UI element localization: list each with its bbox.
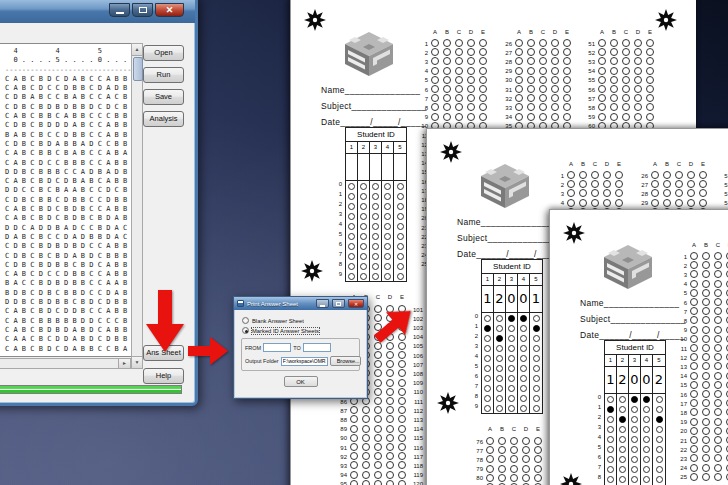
question-number: 116 bbox=[409, 444, 423, 452]
scroll-up-icon[interactable]: ▲ bbox=[132, 44, 142, 56]
id-bubble bbox=[372, 193, 379, 200]
run-button[interactable]: Run bbox=[143, 67, 184, 83]
app-titlebar[interactable]: ✕ bbox=[0, 0, 195, 23]
answer-bubble bbox=[663, 180, 671, 188]
answer-bubble bbox=[702, 454, 710, 462]
analysis-button[interactable]: Analysis bbox=[143, 111, 184, 127]
id-bubble bbox=[656, 406, 663, 413]
answer-bubble bbox=[714, 454, 722, 462]
dialog-titlebar[interactable]: Print Answer Sheet ✕ bbox=[234, 297, 367, 310]
answer-bubble bbox=[534, 455, 542, 463]
id-bubble bbox=[484, 375, 491, 382]
maximize-button[interactable] bbox=[132, 3, 153, 17]
subject-line: Subject_______________ bbox=[321, 101, 427, 111]
id-bubble bbox=[656, 416, 663, 423]
answer-bubble bbox=[702, 390, 710, 398]
answer-bubble bbox=[634, 76, 642, 84]
id-bubble bbox=[372, 203, 379, 210]
id-write-cell: 0 bbox=[641, 367, 653, 393]
answer-bubble bbox=[455, 57, 463, 65]
answer-bubble bbox=[646, 67, 654, 75]
answer-bubble bbox=[690, 307, 698, 315]
answer-bubble bbox=[479, 113, 487, 121]
id-bubble bbox=[360, 233, 367, 240]
answer-data-textarea[interactable]: 4 4 5 0 . . . . 5 . . . . 0 . . . .-----… bbox=[0, 43, 133, 357]
answer-bubble bbox=[702, 307, 710, 315]
output-folder-input[interactable] bbox=[281, 357, 328, 366]
answer-bubble bbox=[398, 425, 406, 433]
horizontal-scrollbar[interactable]: ► bbox=[0, 358, 131, 369]
id-bubble-row bbox=[482, 343, 542, 353]
id-bubble-row bbox=[346, 261, 406, 271]
id-bubble bbox=[631, 406, 638, 413]
answer-bubble bbox=[563, 113, 571, 121]
choice-header: C bbox=[675, 160, 683, 168]
answer-bubble bbox=[431, 39, 439, 47]
id-bubble bbox=[384, 273, 391, 280]
to-input[interactable] bbox=[303, 343, 331, 352]
answer-sheet[interactable]: Name_______________Subject______________… bbox=[549, 209, 728, 485]
help-button[interactable]: Help bbox=[143, 368, 184, 384]
choice-header: B bbox=[702, 241, 710, 249]
id-bubble-row bbox=[346, 191, 406, 201]
save-button[interactable]: Save bbox=[143, 89, 184, 105]
id-column-row: 12345 bbox=[605, 355, 665, 367]
answer-bubble bbox=[714, 372, 722, 380]
dialog-maximize-button[interactable] bbox=[332, 299, 345, 308]
id-bubble-cell bbox=[518, 383, 530, 393]
id-bubble-cell bbox=[358, 201, 370, 211]
ok-button[interactable]: OK bbox=[284, 376, 318, 387]
question-number: 119 bbox=[409, 471, 423, 479]
scroll-right-icon[interactable]: ► bbox=[118, 359, 130, 368]
id-bubble-cell bbox=[370, 271, 382, 281]
answer-bubble bbox=[551, 39, 559, 47]
print-answer-sheet-dialog[interactable]: Print Answer Sheet ✕ Blank Answer Sheet … bbox=[233, 296, 368, 399]
id-column-header: 1 bbox=[605, 355, 617, 366]
minimize-button[interactable] bbox=[109, 3, 130, 17]
choice-header: A bbox=[515, 28, 523, 36]
answer-bubble bbox=[539, 113, 547, 121]
answer-bubble bbox=[515, 94, 523, 102]
radio-marked-id-answer-sheets[interactable]: Marked ID Answer Sheets bbox=[242, 327, 359, 334]
scroll-down-icon[interactable]: ▼ bbox=[132, 356, 142, 368]
answer-bubble bbox=[510, 474, 518, 482]
answer-bubble bbox=[646, 113, 654, 121]
answer-bubble bbox=[714, 408, 722, 416]
answer-bubble bbox=[610, 76, 618, 84]
answer-bubble bbox=[455, 85, 463, 93]
scroll-thumb[interactable] bbox=[133, 57, 143, 81]
id-bubble bbox=[533, 345, 540, 352]
sheet-logo-icon bbox=[479, 163, 531, 209]
dialog-close-button[interactable]: ✕ bbox=[348, 299, 364, 308]
answer-bubble bbox=[479, 103, 487, 111]
answer-bubble bbox=[690, 335, 698, 343]
answer-bubble bbox=[699, 180, 707, 188]
answer-bubble bbox=[374, 415, 382, 423]
from-input[interactable] bbox=[263, 343, 291, 352]
student-id-grid: Student ID1234512001 bbox=[481, 259, 543, 414]
question-number: 25 bbox=[673, 473, 687, 481]
browse-button[interactable]: Browse... bbox=[330, 356, 361, 366]
answer-bubble bbox=[443, 76, 451, 84]
choice-header: C bbox=[539, 28, 547, 36]
answer-row: D D B C B D B B C B D C D B B bbox=[5, 298, 132, 307]
radio-blank-answer-sheet[interactable]: Blank Answer Sheet bbox=[242, 317, 359, 324]
id-bubble bbox=[360, 223, 367, 230]
id-column-header: 5 bbox=[394, 142, 406, 153]
dialog-minimize-button[interactable] bbox=[316, 299, 329, 308]
answer-bubble bbox=[374, 461, 382, 469]
id-bubble-cell bbox=[358, 221, 370, 231]
id-bubble-row bbox=[482, 313, 542, 323]
id-bubble-row bbox=[605, 444, 665, 454]
choice-header: B bbox=[663, 160, 671, 168]
close-button[interactable]: ✕ bbox=[155, 3, 184, 17]
open-button[interactable]: Open bbox=[143, 45, 184, 61]
sheet-logo-icon bbox=[602, 244, 654, 290]
id-bubble-cell bbox=[653, 444, 665, 454]
vertical-scrollbar[interactable]: ▲ ▼ bbox=[131, 43, 143, 369]
answer-bubble bbox=[567, 189, 575, 197]
id-bubble-cell bbox=[617, 424, 629, 434]
id-bubble-cell bbox=[605, 444, 617, 454]
id-bubble bbox=[656, 396, 663, 403]
id-bubble-cell bbox=[518, 393, 530, 403]
